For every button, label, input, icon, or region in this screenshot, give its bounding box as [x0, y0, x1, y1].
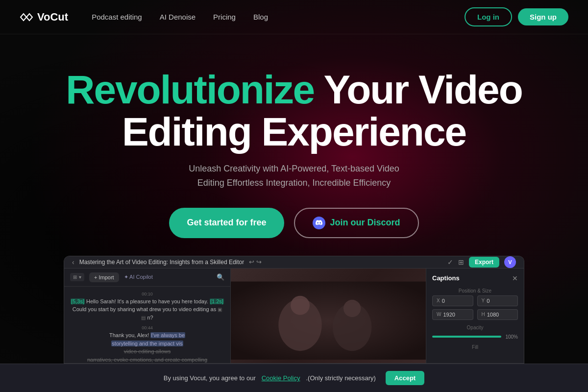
x-input[interactable]: X 0	[432, 295, 473, 306]
grid-icon: ⊞	[458, 258, 464, 266]
navbar-left: VoCut Podcast editing AI Denoise Pricing…	[20, 11, 268, 24]
ai-copilot-button[interactable]: ✦ AI Copilot	[124, 274, 153, 280]
hero-section: Revolutionize Your Video Editing Experie…	[0, 34, 588, 364]
discord-button-label: Join our Discord	[330, 218, 400, 228]
w-input[interactable]: W 1920	[432, 309, 473, 320]
hero-title: Revolutionize Your Video Editing Experie…	[0, 69, 588, 153]
y-input[interactable]: Y 0	[477, 295, 518, 306]
svg-point-5	[343, 300, 361, 317]
cookie-text-before: By using Vocut, you agree to our	[164, 374, 256, 382]
svg-point-3	[291, 296, 310, 315]
search-icon[interactable]: 🔍	[217, 273, 224, 281]
strikethrough-text: video editing allows	[124, 348, 171, 354]
layout-chevron-icon: ▾	[79, 274, 81, 280]
nav-pricing[interactable]: Pricing	[213, 13, 236, 21]
opacity-value: 100%	[505, 334, 518, 340]
opacity-slider[interactable]	[432, 336, 501, 338]
hero-title-green: Revolutionize	[66, 67, 314, 112]
position-size-label: Position & Size	[432, 288, 518, 294]
transcript-time-1: 00:10	[70, 292, 224, 296]
layout-icon-btn[interactable]: ⊞ ▾	[70, 273, 84, 281]
check-icon: ✓	[447, 258, 453, 266]
captions-title: Captions	[432, 274, 460, 282]
app-titlebar-right: ✓ ⊞ Export V	[447, 256, 516, 268]
transcript-text-1: [5,3s] Hello Sarah! It's a pleasure to h…	[70, 297, 224, 322]
nav-links: Podcast editing AI Denoise Pricing Blog	[92, 13, 268, 22]
layout-icon: ⊞	[73, 274, 77, 280]
video-panel	[231, 269, 426, 364]
highlight-pause: [1.2s]	[210, 298, 224, 304]
highlight-timestamp: [5,3s]	[71, 298, 85, 304]
cookie-accept-button[interactable]: Accept	[386, 371, 424, 385]
fill-section: Fill	[432, 344, 518, 350]
logo-icon	[20, 12, 33, 22]
navbar: VoCut Podcast editing AI Denoise Pricing…	[0, 0, 588, 34]
highlight-selection-2: storytelling and the impact vis	[111, 341, 183, 346]
captions-panel: Captions ✕ Position & Size X 0 Y 0	[426, 269, 524, 364]
transcript-line-1: 00:10 [5,3s] Hello Sarah! It's a pleasur…	[70, 292, 224, 322]
transcript-line-2: 00:44 Thank you, Alex! I've always be st…	[70, 325, 224, 364]
logo-text: VoCut	[37, 11, 68, 24]
panel-toolbar: ⊞ ▾ + Import ✦ AI Copilot 🔍	[64, 269, 230, 287]
fill-label: Fill	[432, 344, 518, 350]
get-started-button[interactable]: Get started for free	[169, 208, 284, 238]
xy-row: X 0 Y 0	[432, 295, 518, 306]
discord-icon	[313, 217, 325, 229]
back-icon: ‹	[72, 258, 74, 266]
app-titlebar-left: ‹ Mastering the Art of Video Editing: In…	[72, 258, 262, 266]
transcript-text-2: Thank you, Alex! I've always be storytel…	[70, 331, 224, 364]
opacity-row: 100%	[432, 334, 518, 340]
hero-buttons: Get started for free Join our Discord	[0, 208, 588, 238]
hero-subtitle: Unleash Creativity with AI-Powered, Text…	[0, 162, 588, 190]
nav-podcast-editing[interactable]: Podcast editing	[92, 13, 142, 21]
import-button[interactable]: + Import	[89, 272, 119, 282]
cookie-policy-link[interactable]: Cookie Policy	[262, 374, 300, 382]
app-preview: ‹ Mastering the Art of Video Editing: In…	[64, 256, 524, 364]
opacity-section: Opacity 100%	[432, 325, 518, 340]
opacity-label: Opacity	[432, 325, 518, 330]
avatar: V	[504, 256, 516, 268]
cookie-banner: By using Vocut, you agree to our Cookie …	[0, 364, 588, 392]
app-titlebar: ‹ Mastering the Art of Video Editing: In…	[64, 256, 524, 269]
navbar-right: Log in Sign up	[465, 7, 568, 26]
discord-button[interactable]: Join our Discord	[294, 208, 419, 238]
wh-row: W 1920 H 1080	[432, 309, 518, 320]
nav-ai-denoise[interactable]: AI Denoise	[160, 13, 196, 21]
h-input[interactable]: H 1080	[477, 309, 518, 320]
nav-blog[interactable]: Blog	[253, 13, 268, 21]
hero-title-line2: Editing Experience	[122, 109, 466, 154]
transcript-time-2: 00:44	[70, 325, 224, 330]
strikethrough-text-2: narratives, evoke emotions, and create c…	[87, 357, 207, 363]
logo[interactable]: VoCut	[20, 11, 68, 24]
app-body: ⊞ ▾ + Import ✦ AI Copilot 🔍 00:10 [5,3s]…	[64, 269, 524, 364]
close-button[interactable]: ✕	[512, 274, 518, 282]
export-button[interactable]: Export	[469, 257, 499, 268]
nav-back-icon: ↩ ↪	[249, 258, 262, 266]
cookie-text-after: .(Only strictly necessary)	[306, 374, 376, 382]
captions-header: Captions ✕	[432, 274, 518, 282]
transcript-panel: ⊞ ▾ + Import ✦ AI Copilot 🔍 00:10 [5,3s]…	[64, 269, 231, 364]
hero-title-white: Your Video	[314, 67, 522, 112]
signup-button[interactable]: Sign up	[518, 8, 568, 25]
highlight-selection-1: I've always be	[150, 332, 185, 338]
video-preview	[231, 269, 426, 364]
svg-rect-1	[231, 281, 426, 359]
app-title-text: Mastering the Art of Video Editing: Insi…	[79, 259, 245, 266]
transcript-content: 00:10 [5,3s] Hello Sarah! It's a pleasur…	[64, 287, 230, 364]
position-size-section: Position & Size X 0 Y 0 W	[432, 288, 518, 320]
login-button[interactable]: Log in	[465, 7, 512, 26]
